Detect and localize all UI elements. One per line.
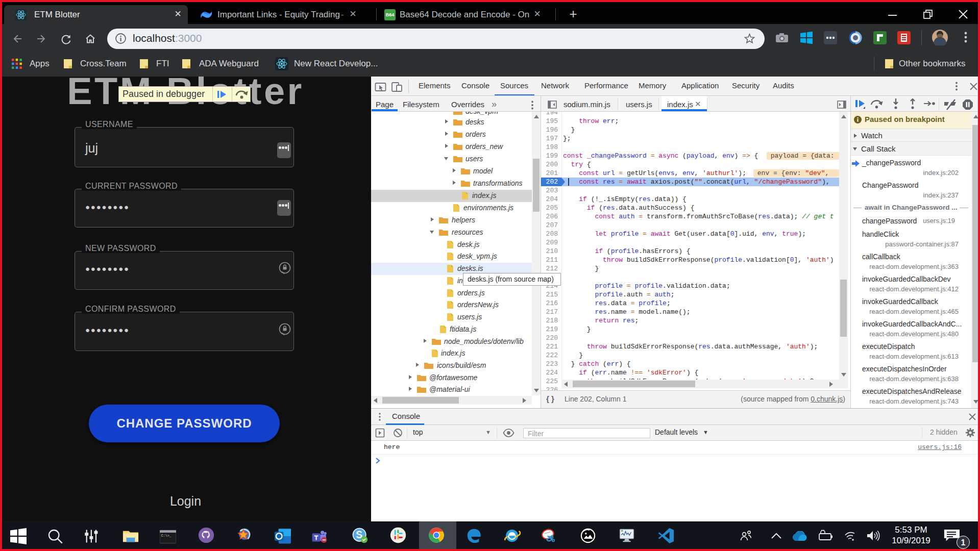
svg-text:C:\>_: C:\>_ bbox=[161, 534, 172, 538]
